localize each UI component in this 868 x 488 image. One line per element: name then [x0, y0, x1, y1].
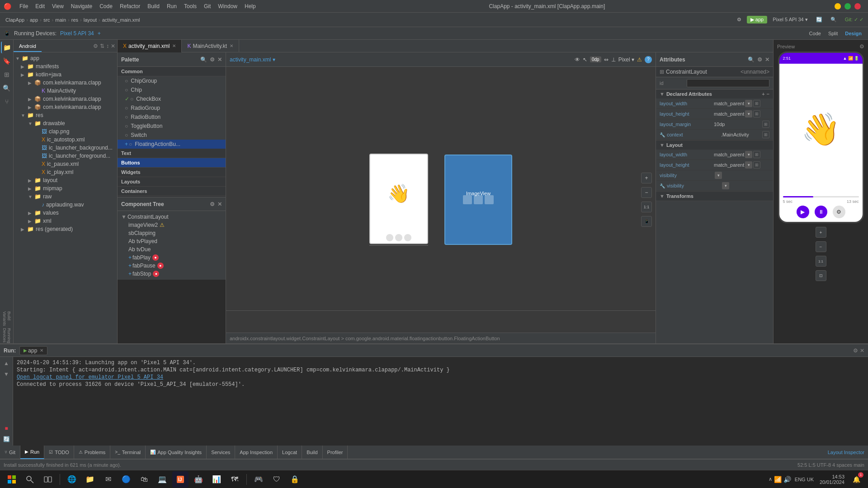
- menu-edit[interactable]: Edit: [32, 0, 48, 13]
- taskbar-vscode-btn[interactable]: 💻: [154, 471, 170, 488]
- console-stop-btn[interactable]: ■: [2, 424, 11, 433]
- taskbar-notification-btn[interactable]: 🔔 1: [848, 471, 864, 488]
- tree-item-pkg1[interactable]: ▶ 📦 com.kelvinkamara.clapp: [14, 79, 117, 87]
- menu-refactor[interactable]: Refactor: [116, 0, 144, 13]
- comp-item-fabstop[interactable]: + fabStop ●: [118, 270, 226, 278]
- attr-width2-expand-btn[interactable]: ⊞: [753, 151, 760, 158]
- taskbar-charts-btn[interactable]: 📊: [208, 471, 225, 488]
- taskbar-chrome-btn[interactable]: 🔵: [118, 471, 134, 488]
- tree-item-ic-play[interactable]: X ic_play.xml: [14, 168, 117, 176]
- menu-tools[interactable]: Tools: [180, 0, 200, 13]
- tree-item-values[interactable]: ▶ 📁 values: [14, 209, 117, 217]
- tab-close-xml[interactable]: ✕: [172, 43, 176, 48]
- code-btn[interactable]: Code: [807, 30, 824, 37]
- menu-view[interactable]: View: [48, 0, 67, 13]
- run-app-close[interactable]: ✕: [40, 348, 43, 353]
- layout-inspector-label[interactable]: Layout Inspector: [828, 450, 864, 455]
- breadcrumb-main[interactable]: main: [55, 17, 66, 23]
- comp-item-fabpause[interactable]: + fabPause ●: [118, 262, 226, 270]
- attr-layout-height-value[interactable]: match_parent ▾ ⊞: [714, 110, 760, 117]
- tree-item-manifests[interactable]: ▶ 📁 manifests: [14, 62, 117, 70]
- menu-navigate[interactable]: Navigate: [67, 0, 96, 13]
- device-fit[interactable]: ⊡: [816, 270, 826, 281]
- design-expand-icon[interactable]: ⇔: [604, 56, 609, 63]
- attr-height-expand-btn[interactable]: ⊞: [753, 110, 760, 117]
- menu-file[interactable]: File: [16, 0, 32, 13]
- sidebar-tab-android[interactable]: Android: [14, 40, 42, 52]
- window-minimize[interactable]: [835, 3, 841, 9]
- palette-item-radiogroup[interactable]: ○ RadioGroup: [118, 103, 226, 113]
- menu-help[interactable]: Help: [241, 0, 259, 13]
- canvas-zoom-in-btn[interactable]: +: [641, 173, 652, 183]
- phone-preview-small[interactable]: 👋: [369, 154, 428, 244]
- breadcrumb-src[interactable]: src: [43, 17, 50, 23]
- declared-add-icon[interactable]: +: [762, 91, 764, 97]
- bottom-tab-appquality[interactable]: 📊 App Quality Insights: [146, 446, 207, 459]
- design-eye-icon[interactable]: 👁: [575, 56, 580, 63]
- attr-height2-dropdown-btn[interactable]: ▾: [745, 161, 752, 169]
- comp-tree-settings-icon[interactable]: ⚙: [210, 201, 215, 207]
- bottom-tab-logcat[interactable]: Logcat: [278, 446, 302, 459]
- taskbar-explorer-btn[interactable]: 📁: [82, 471, 98, 488]
- attr-layout-width2-value[interactable]: match_parent ▾ ⊞: [714, 151, 760, 158]
- comp-item-tvdue[interactable]: Ab tvDue: [118, 245, 226, 253]
- canvas-device-btn[interactable]: 📱: [641, 216, 652, 227]
- menu-git[interactable]: Git: [200, 0, 214, 13]
- palette-cat-buttons[interactable]: Buttons: [118, 158, 226, 168]
- palette-cat-containers[interactable]: Containers: [118, 187, 226, 196]
- attr-context-expand-btn[interactable]: ⊞: [762, 131, 769, 138]
- tree-item-ic-foreground[interactable]: 🖼 ic_launcher_foreground...: [14, 152, 117, 160]
- palette-item-togglebutton[interactable]: ○ ToggleButton: [118, 122, 226, 131]
- attr-visibility-value[interactable]: ▾: [714, 172, 722, 179]
- tray-arrow-icon[interactable]: ∧: [769, 476, 772, 482]
- breadcrumb-res[interactable]: res: [71, 17, 78, 23]
- tree-item-applauding-wav[interactable]: ♪ applauding.wav: [14, 201, 117, 209]
- comp-item-tvplayed[interactable]: Ab tvPlayed: [118, 237, 226, 245]
- split-btn[interactable]: Split: [826, 30, 840, 37]
- add-device-btn[interactable]: +: [98, 30, 101, 37]
- tray-volume-icon[interactable]: 🔊: [783, 476, 791, 483]
- tree-item-drawable[interactable]: ▼ 📁 drawable: [14, 119, 117, 127]
- taskbar-store-btn[interactable]: 🛍: [136, 471, 152, 488]
- tab-activity-main[interactable]: X activity_main.xml ✕: [118, 40, 182, 52]
- taskbar-mail-btn[interactable]: ✉: [100, 471, 116, 488]
- attr-width-expand-btn[interactable]: ⊞: [753, 100, 760, 107]
- menu-code[interactable]: Code: [96, 0, 116, 13]
- taskbar-search-btn[interactable]: [22, 471, 38, 488]
- device-ratio[interactable]: 1:1: [816, 256, 826, 267]
- menu-window[interactable]: Window: [214, 0, 241, 13]
- taskbar-lang[interactable]: ENG UK: [795, 477, 814, 482]
- tree-item-raw[interactable]: ▼ 📁 raw: [14, 192, 117, 201]
- tray-network-icon[interactable]: 📶: [774, 476, 782, 483]
- attr-layout-height2-value[interactable]: match_parent ▾ ⊞: [714, 161, 760, 169]
- comp-item-constraintlayout[interactable]: ▼ ConstraintLayout: [118, 213, 226, 221]
- attr-width-dropdown-btn[interactable]: ▾: [745, 100, 752, 107]
- attr-visibility-dropdown-btn[interactable]: ▾: [715, 172, 722, 179]
- device-zoom-in[interactable]: +: [816, 227, 826, 238]
- bottom-tab-build[interactable]: Build: [302, 446, 322, 459]
- bottom-tab-profiler[interactable]: Profiler: [323, 446, 348, 459]
- palette-close-icon[interactable]: ✕: [217, 56, 222, 63]
- device-play-btn[interactable]: ▶: [797, 206, 809, 218]
- attr-visibility2-value[interactable]: ▾: [721, 182, 729, 189]
- console-down-btn[interactable]: ▼: [2, 370, 11, 379]
- design-warn-icon[interactable]: ⚠: [637, 56, 642, 63]
- attr-transforms-header[interactable]: ▼ Transforms: [656, 192, 773, 201]
- tree-item-app[interactable]: ▼ 📁 app: [14, 54, 117, 62]
- tree-item-mipmap[interactable]: ▶ 📁 mipmap: [14, 184, 117, 192]
- palette-settings-icon[interactable]: ⚙: [210, 56, 215, 63]
- declared-minus-icon[interactable]: −: [767, 91, 769, 97]
- palette-item-radiobutton[interactable]: ○ RadioButton: [118, 113, 226, 122]
- sidebar-expand-icon[interactable]: ⇅: [100, 43, 104, 49]
- toolbar-sync-btn[interactable]: 🔄: [813, 16, 825, 23]
- toolbar-git-btn[interactable]: Git: ✓ ✓: [842, 16, 866, 23]
- attr-search-icon[interactable]: 🔍: [748, 56, 755, 63]
- device-settings-btn[interactable]: ⚙: [833, 206, 845, 218]
- taskbar-idea-btn[interactable]: IJ: [172, 471, 189, 488]
- taskbar-antivirus-btn[interactable]: 🛡: [269, 471, 285, 488]
- taskbar-taskview-btn[interactable]: [40, 471, 56, 488]
- menu-build[interactable]: Build: [144, 0, 163, 13]
- design-device-label[interactable]: Pixel ▾: [618, 56, 634, 63]
- comp-item-imageview2[interactable]: imageView2 ⚠: [118, 221, 226, 229]
- attr-settings-icon[interactable]: ⚙: [757, 56, 762, 63]
